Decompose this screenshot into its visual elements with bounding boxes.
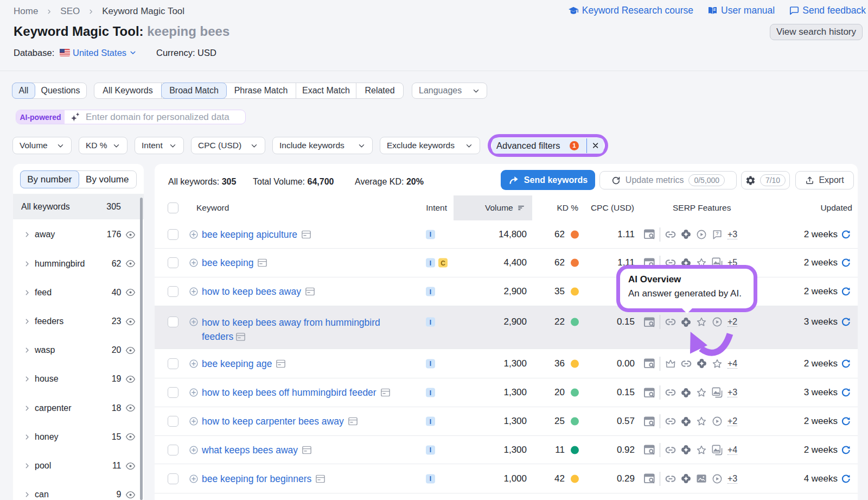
svg-text:?: ? xyxy=(716,231,718,236)
